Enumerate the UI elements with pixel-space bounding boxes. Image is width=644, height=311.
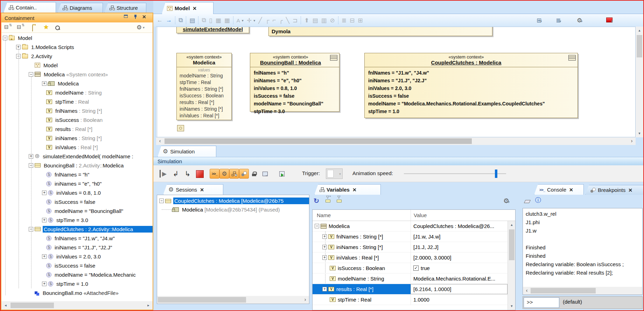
collapse-arrows-icon[interactable]: ⇅: [9, 23, 12, 27]
tree-item[interactable]: −Modelica «System context»: [1, 70, 153, 79]
step-over-icon[interactable]: ↳: [183, 169, 192, 179]
bouncingball-instance-box[interactable]: «system context» BouncingBall : Modelica…: [250, 53, 340, 112]
modelica-class-box[interactable]: «system context» Modelica values modelNa…: [176, 53, 232, 120]
expander-icon[interactable]: +: [322, 287, 327, 291]
diagram-gear-icon[interactable]: ⚙▾: [577, 17, 582, 24]
variable-row[interactable]: VstpTime : Real 1.0000: [313, 295, 507, 305]
scrollbar-thumb[interactable]: [531, 288, 596, 293]
tab-variables[interactable]: Variables ✕: [314, 184, 381, 195]
expander-icon[interactable]: +: [322, 255, 327, 260]
line-style-curve-icon[interactable]: ╭: [279, 17, 282, 24]
scroll-left-icon[interactable]: ◄: [2, 302, 9, 309]
console-input[interactable]: >>: [524, 297, 559, 308]
line-style-rect-icon[interactable]: ┌: [265, 17, 269, 24]
sessions-hscrollbar[interactable]: ›: [157, 296, 309, 304]
variable-row[interactable]: VisSuccess : Boolean ✓true: [313, 263, 507, 274]
refresh-icon[interactable]: ↻: [314, 197, 319, 205]
pin-icon[interactable]: [134, 15, 137, 19]
show-in-tree-icon[interactable]: ⧉: [178, 17, 183, 24]
tab-structure[interactable]: Structure: [104, 3, 146, 13]
validate-icon[interactable]: ▤: [189, 17, 195, 24]
diagram-canvas[interactable]: simulateExtendedModel Dymola «system con…: [156, 27, 636, 137]
expander-icon[interactable]: +: [42, 81, 47, 86]
toggle-console-icon[interactable]: >>_: [210, 169, 219, 179]
scrollbar-thumb[interactable]: [164, 138, 472, 144]
align-icon[interactable]: ≣: [342, 17, 346, 24]
expander-icon[interactable]: +: [322, 245, 327, 249]
column-header-value[interactable]: Value: [411, 210, 515, 221]
containment-options-dropdown-icon[interactable]: ▾: [143, 26, 145, 29]
tree-item[interactable]: VmodelName : String: [1, 88, 153, 97]
collapse-all-icon[interactable]: ⊟: [4, 24, 9, 30]
tree-item-selected[interactable]: −CoupledClutches : 2.Activity::Modelica: [1, 224, 153, 234]
coupledclutches-instance-box[interactable]: «system context» CoupledClutches : Model…: [364, 53, 578, 118]
close-tab-icon[interactable]: ✕: [200, 187, 204, 193]
tree-item[interactable]: SmodelName = "BouncingBall": [1, 206, 153, 215]
close-tab-icon[interactable]: ✕: [628, 187, 632, 193]
scroll-left-icon[interactable]: ‹: [524, 288, 530, 294]
color-fill-icon[interactable]: ▾: [606, 18, 613, 24]
target-icon[interactable]: ✛: [247, 17, 252, 24]
font-icon[interactable]: A: [237, 18, 240, 23]
tree-item[interactable]: SiniNames = "J1.J", "J2.J": [1, 243, 153, 252]
close-tab-icon[interactable]: ✕: [192, 6, 197, 11]
line-style-oblique-icon[interactable]: ╱: [258, 17, 262, 24]
note-icon[interactable]: ▥: [321, 17, 327, 24]
toggle-variables-icon[interactable]: [229, 169, 239, 179]
tree-item[interactable]: Model: [1, 61, 153, 70]
tree-item[interactable]: ViniNames : String [*]: [1, 133, 153, 143]
clear-console-icon[interactable]: [525, 198, 530, 205]
tree-item[interactable]: +Modelica: [1, 79, 153, 88]
scroll-left-icon[interactable]: ‹: [157, 138, 163, 144]
expander-icon[interactable]: +: [42, 282, 47, 286]
remove-filter-icon[interactable]: ▽: [337, 198, 342, 204]
tab-sessions[interactable]: ⚙ Sessions ✕: [163, 184, 223, 195]
info-icon[interactable]: ⓘ: [535, 196, 541, 204]
export-run-icon[interactable]: [279, 169, 285, 179]
toggle-settings-icon[interactable]: ⚙: [219, 169, 229, 179]
containment-options-gear-icon[interactable]: ⚙: [136, 24, 142, 31]
animation-speed-slider-handle[interactable]: [495, 170, 497, 178]
animation-speed-slider-track[interactable]: [404, 173, 506, 174]
font-dropdown-icon[interactable]: ▾: [242, 19, 244, 22]
scroll-right-icon[interactable]: ›: [629, 138, 635, 144]
toggle-animation-icon[interactable]: [239, 169, 249, 179]
float-window-icon[interactable]: [124, 15, 128, 18]
resize-icon[interactable]: ⊞: [358, 17, 363, 24]
line-style-bezier-icon[interactable]: ⌐: [272, 17, 276, 24]
diagram-vscrollbar[interactable]: ▲ ▼: [636, 27, 643, 137]
tab-simulation[interactable]: ⚙ Simulation: [158, 146, 216, 157]
image-icon[interactable]: ▤: [312, 17, 318, 24]
open-folder-icon[interactable]: [32, 25, 33, 32]
activity-box-partial[interactable]: simulateExtendedModel: [176, 27, 249, 33]
dymola-box-partial[interactable]: Dymola: [268, 27, 492, 36]
variables-vscrollbar[interactable]: ▲ ▼: [507, 221, 515, 310]
variable-row[interactable]: +ViniNames : String [*] [J1.J, J2.J]: [313, 242, 507, 253]
tree-item[interactable]: SfnlNames = "J1.w", "J4.w": [1, 234, 153, 243]
run-play-icon[interactable]: ▶: [160, 170, 168, 178]
target-dropdown-icon[interactable]: ▾: [253, 19, 255, 22]
tree-item[interactable]: SisSuccess = false: [1, 197, 153, 206]
collapse-sync-icon[interactable]: ⊟: [17, 24, 21, 30]
step-into-icon[interactable]: ↲: [172, 169, 180, 179]
expander-icon[interactable]: −: [159, 199, 164, 203]
variable-row[interactable]: −Modelica CoupledClutches : Modelica@26.…: [313, 221, 507, 231]
checkbox-checked-icon[interactable]: ✓: [413, 265, 419, 271]
expander-icon[interactable]: +: [42, 218, 47, 222]
variable-row[interactable]: +ViniValues : Real [*] [2.0000, 3.0000]: [313, 253, 507, 263]
expander-icon[interactable]: +: [42, 254, 47, 259]
line-style-box-icon[interactable]: ⊐: [293, 17, 298, 24]
element-icon[interactable]: [177, 125, 184, 131]
close-panel-icon[interactable]: ✕: [142, 14, 146, 20]
expander-icon[interactable]: −: [315, 224, 319, 228]
tree-item[interactable]: ViniValues : Real [*]: [1, 143, 153, 152]
paste-icon[interactable]: ▯: [209, 17, 212, 24]
console-output[interactable]: clutch3.w_rel J1.phi J1.w Finished Finis…: [523, 208, 643, 295]
variable-row[interactable]: VmodelName : String Modelica.Mechanics.R…: [313, 274, 507, 284]
tree-item[interactable]: +SiniValues = 2.0, 3.0: [1, 252, 153, 261]
scroll-down-icon[interactable]: ▼: [636, 130, 643, 137]
forward-icon[interactable]: →: [166, 17, 172, 24]
line-style-diag-icon[interactable]: ╲: [286, 17, 289, 24]
close-tab-icon[interactable]: ✕: [352, 187, 357, 193]
tab-breakpoints[interactable]: Breakpoints ✕: [585, 185, 644, 195]
